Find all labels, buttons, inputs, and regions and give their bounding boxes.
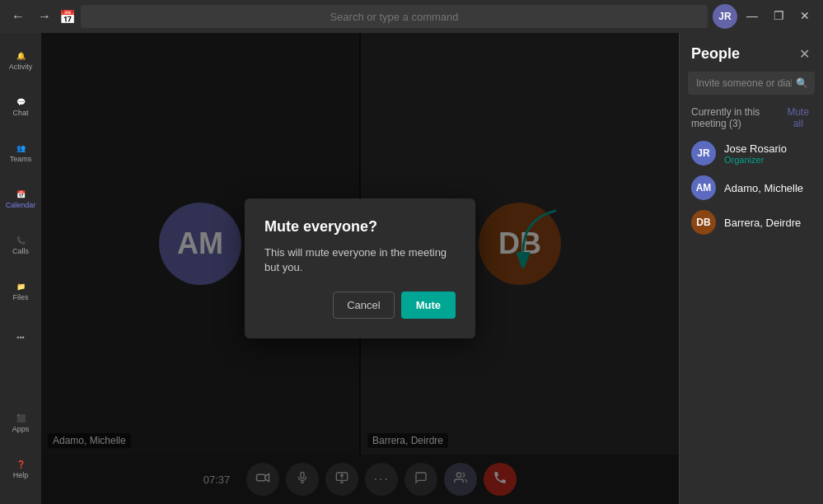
people-search-area: 🔍 xyxy=(688,72,815,95)
forward-button[interactable]: → xyxy=(33,5,56,28)
search-icon: 🔍 xyxy=(796,77,808,89)
user-avatar[interactable]: JR xyxy=(713,4,737,29)
person-role-jose: Organizer xyxy=(724,155,787,165)
search-input[interactable] xyxy=(81,5,708,28)
sidebar-item-files[interactable]: 📁 Files xyxy=(2,270,39,313)
sidebar-item-teams-label: Teams xyxy=(10,155,32,163)
maximize-button[interactable]: ❐ xyxy=(767,4,790,27)
sidebar-item-help[interactable]: ❓ Help xyxy=(2,448,39,491)
person-name-jose: Jose Rosario xyxy=(724,142,787,155)
mute-button[interactable]: Mute xyxy=(401,292,456,319)
close-button[interactable]: ✕ xyxy=(793,4,816,27)
mute-all-button[interactable]: Mute all xyxy=(785,106,811,129)
top-bar: ← → 📅 JR — ❐ ✕ xyxy=(0,0,823,33)
mute-dialog: Mute everyone? This will mute everyone i… xyxy=(245,198,475,338)
files-icon: 📁 xyxy=(16,282,26,291)
close-panel-button[interactable]: ✕ xyxy=(797,44,811,63)
people-section-title: Currently in this meeting (3) xyxy=(691,106,785,129)
person-item-michelle[interactable]: AM Adamo, Michelle xyxy=(680,170,823,205)
apps-icon: ⬛ xyxy=(16,414,26,422)
sidebar-item-apps-label: Apps xyxy=(12,425,30,433)
person-avatar-jose: JR xyxy=(691,141,716,166)
calendar-icon: 📅 xyxy=(16,190,26,198)
sidebar-item-activity-label: Activity xyxy=(9,63,33,71)
people-header: People ✕ xyxy=(680,33,823,72)
people-title: People xyxy=(691,45,740,63)
sidebar-item-calls[interactable]: 📞 Calls xyxy=(2,224,39,267)
person-info-deirdre: Barrera, Deirdre xyxy=(724,217,801,229)
sidebar: 🔔 Activity 💬 Chat 👥 Teams 📅 Calendar 📞 C… xyxy=(0,33,41,504)
sidebar-item-teams[interactable]: 👥 Teams xyxy=(2,132,39,175)
person-item-deirdre[interactable]: DB Barrera, Deirdre xyxy=(680,205,823,240)
sidebar-item-calendar-label: Calendar xyxy=(6,201,36,209)
chat-icon: 💬 xyxy=(16,98,26,106)
sidebar-bottom: ⬛ Apps ❓ Help xyxy=(2,402,39,497)
dialog-buttons: Cancel Mute xyxy=(264,292,456,319)
sidebar-item-chat[interactable]: 💬 Chat xyxy=(2,86,39,128)
person-name-deirdre: Barrera, Deirdre xyxy=(724,217,801,229)
meeting-area: AM Adamo, Michelle DB Barrera, Deirdre xyxy=(41,33,679,504)
person-name-michelle: Adamo, Michelle xyxy=(724,182,803,194)
sidebar-item-activity[interactable]: 🔔 Activity xyxy=(2,40,39,82)
person-info-jose: Jose Rosario Organizer xyxy=(724,142,787,165)
sidebar-item-calendar[interactable]: 📅 Calendar xyxy=(2,178,39,221)
sidebar-item-calls-label: Calls xyxy=(12,247,29,255)
dialog-overlay: Mute everyone? This will mute everyone i… xyxy=(41,33,679,504)
sidebar-item-more[interactable]: ••• xyxy=(2,316,39,359)
back-button[interactable]: ← xyxy=(7,5,30,28)
people-panel: People ✕ 🔍 Currently in this meeting (3)… xyxy=(679,33,823,504)
person-item-jose[interactable]: JR Jose Rosario Organizer xyxy=(680,136,823,170)
dialog-message: This will mute everyone in the meeting b… xyxy=(264,245,456,275)
sidebar-item-apps[interactable]: ⬛ Apps xyxy=(2,402,39,445)
window-controls: JR — ❐ ✕ xyxy=(713,4,816,29)
sidebar-item-help-label: Help xyxy=(13,471,29,479)
teams-icon: 👥 xyxy=(16,144,26,152)
person-info-michelle: Adamo, Michelle xyxy=(724,182,803,194)
main-content: 🔔 Activity 💬 Chat 👥 Teams 📅 Calendar 📞 C… xyxy=(0,33,823,504)
people-section-header: Currently in this meeting (3) Mute all xyxy=(680,103,823,136)
sidebar-item-chat-label: Chat xyxy=(12,109,28,117)
activity-icon: 🔔 xyxy=(16,52,26,60)
cancel-button[interactable]: Cancel xyxy=(333,292,394,319)
dialog-title: Mute everyone? xyxy=(264,218,456,236)
meeting-nav-icon: 📅 xyxy=(59,9,76,25)
person-avatar-deirdre: DB xyxy=(691,210,716,235)
more-icon: ••• xyxy=(16,334,24,342)
help-icon: ❓ xyxy=(16,460,26,469)
calls-icon: 📞 xyxy=(16,236,26,245)
nav-controls: ← → 📅 xyxy=(7,5,76,28)
sidebar-item-files-label: Files xyxy=(12,293,28,301)
minimize-button[interactable]: — xyxy=(741,4,764,27)
person-avatar-michelle: AM xyxy=(691,175,716,200)
